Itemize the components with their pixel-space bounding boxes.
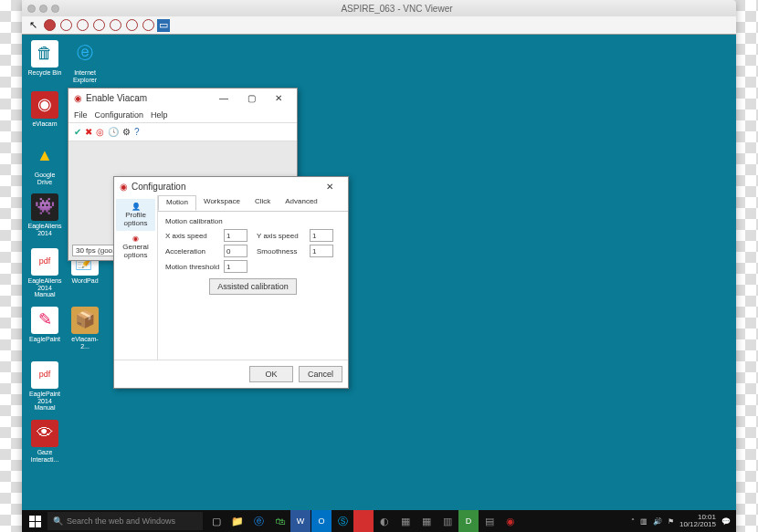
maximize-button[interactable]: ▢: [238, 89, 264, 106]
accel-spinner[interactable]: 0: [224, 245, 247, 257]
windows-logo-icon: [29, 516, 41, 527]
tool-icon-7[interactable]: ▭: [157, 19, 170, 32]
remote-desktop[interactable]: 🗑 Recycle Bin ⓔ Internet Explorer ◉ eVia…: [22, 35, 736, 532]
tool-icon-5[interactable]: [124, 18, 139, 33]
taskbar-app-store[interactable]: 🛍: [269, 510, 290, 532]
desktop-icon-eaglealiens[interactable]: 👾 EagleAliens 2014: [27, 193, 62, 236]
taskbar-app-explorer[interactable]: 📁: [227, 510, 247, 532]
check-icon[interactable]: ✔: [74, 127, 81, 137]
pdf-icon: pdf: [31, 361, 58, 389]
tray-flag-icon[interactable]: ⚑: [668, 517, 674, 526]
ok-button[interactable]: OK: [249, 366, 293, 382]
taskbar-app-item3[interactable]: ▦: [416, 510, 437, 532]
app-icon: ◉: [74, 93, 82, 103]
label-accel: Acceleration: [165, 247, 220, 256]
tab-advanced[interactable]: Advanced: [278, 195, 325, 211]
tab-click[interactable]: Click: [247, 195, 278, 211]
config-tabs: Motion Workspace Click Advanced: [158, 195, 348, 212]
sidebar-label: General options: [122, 243, 148, 259]
app-icon: ◉: [120, 182, 128, 192]
sidebar-item-profile[interactable]: 👤 Profile options: [116, 199, 155, 231]
stop-icon[interactable]: ✖: [85, 127, 92, 137]
taskbar-app-edge[interactable]: ⓔ: [248, 510, 268, 532]
taskbar-app-item2[interactable]: ▦: [395, 510, 416, 532]
trash-icon: 🗑: [31, 40, 58, 68]
dialog-titlebar[interactable]: ◉ Configuration ✕: [114, 177, 348, 195]
search-icon: 🔍: [53, 516, 63, 526]
sidebar-item-general[interactable]: ◉ General options: [116, 231, 155, 263]
close-button[interactable]: ✕: [266, 89, 291, 106]
taskbar-app-word[interactable]: W: [290, 510, 311, 532]
icon-label: Internet Explorer: [73, 69, 97, 83]
desktop-icon-gdrive[interactable]: ▲ Google Drive: [27, 142, 62, 185]
taskbar-app-skype[interactable]: Ⓢ: [332, 510, 353, 532]
cursor-icon[interactable]: ↖: [26, 18, 40, 33]
configuration-dialog: ◉ Configuration ✕ 👤 Profile options ◉ Ge…: [113, 176, 349, 389]
smooth-spinner[interactable]: 1: [310, 245, 333, 257]
tool-icon-6[interactable]: [141, 18, 155, 33]
menu-configuration[interactable]: Configuration: [95, 110, 144, 120]
taskbar: 🔍 Search the web and Windows ▢ 📁 ⓔ 🛍 W O…: [22, 510, 736, 532]
vnc-titlebar[interactable]: ASPIRE_063 - VNC Viewer: [22, 0, 736, 16]
tray-chevron-up-icon[interactable]: ˄: [631, 517, 635, 526]
window-title: Enable Viacam: [86, 93, 147, 103]
taskbar-app-item4[interactable]: ▥: [437, 510, 458, 532]
taskbar-app-outlook[interactable]: O: [311, 510, 332, 532]
threshold-spinner[interactable]: 1: [224, 260, 247, 273]
icon-label: EagleAliens 2014 Manual: [28, 277, 62, 297]
tray-notifications-icon[interactable]: 💬: [721, 517, 731, 526]
menu-help[interactable]: Help: [151, 110, 168, 120]
task-view-button[interactable]: ▢: [206, 510, 226, 532]
tray-volume-icon[interactable]: 🔊: [653, 517, 662, 526]
game-icon: 👾: [31, 193, 58, 221]
taskbar-app-red[interactable]: [353, 510, 374, 532]
desktop-icon-eviacam2[interactable]: 📦 eViacam-2...: [68, 307, 102, 349]
label-threshold: Motion threshold: [165, 263, 220, 271]
taskbar-app-item6[interactable]: ▤: [479, 510, 500, 532]
menu-file[interactable]: File: [74, 110, 88, 120]
taskbar-app-dragon[interactable]: D: [458, 510, 479, 532]
minimize-button[interactable]: ―: [211, 89, 237, 106]
dialog-title: Configuration: [132, 182, 185, 192]
menu-bar: File Configuration Help: [68, 107, 297, 123]
tool-icon-1[interactable]: [58, 18, 73, 33]
desktop-icon-ie[interactable]: ⓔ Internet Explorer: [68, 40, 102, 83]
yspeed-spinner[interactable]: 1: [310, 229, 333, 242]
window-titlebar[interactable]: ◉ Enable Viacam ― ▢ ✕: [68, 89, 297, 107]
desktop-icon-eaglepaint[interactable]: ✎ EaglePaint: [27, 307, 62, 343]
desktop-icon-eaglepaintmanual[interactable]: pdf EaglePaint 2014 Manual: [27, 361, 62, 412]
desktop-icon-gaze[interactable]: 👁 Gaze Interacti...: [27, 420, 62, 463]
desktop-icon-eviacam[interactable]: ◉ eViacam: [27, 91, 62, 128]
search-box[interactable]: 🔍 Search the web and Windows: [47, 512, 203, 530]
xspeed-spinner[interactable]: 1: [224, 229, 247, 242]
tab-workspace[interactable]: Workspace: [196, 195, 247, 211]
cancel-button[interactable]: Cancel: [299, 366, 342, 382]
gear-icon[interactable]: ⚙: [122, 127, 131, 137]
gdrive-icon: ▲: [31, 142, 58, 170]
clock-icon[interactable]: 🕓: [108, 127, 119, 137]
desktop-icon-eaglemanual[interactable]: pdf EagleAliens 2014 Manual: [27, 248, 62, 298]
globe-icon[interactable]: [42, 18, 57, 33]
mac-min-dot[interactable]: [39, 5, 47, 13]
tool-icon-4[interactable]: [108, 18, 122, 33]
mac-max-dot[interactable]: [51, 5, 59, 13]
mac-close-dot[interactable]: [27, 5, 36, 13]
tool-icon-3[interactable]: [91, 18, 106, 33]
taskbar-app-item1[interactable]: ◐: [374, 510, 395, 532]
start-button[interactable]: [22, 510, 47, 532]
tray-network-icon[interactable]: ▥: [640, 517, 647, 526]
package-icon: 📦: [71, 307, 99, 334]
icon-label: WordPad: [71, 277, 98, 284]
close-button[interactable]: ✕: [317, 178, 342, 194]
target-icon[interactable]: ◎: [96, 127, 104, 137]
taskbar-app-eviacam[interactable]: ◉: [500, 510, 521, 532]
assisted-calibration-button[interactable]: Assisted calibration: [209, 278, 297, 295]
desktop-icon-recycle-bin[interactable]: 🗑 Recycle Bin: [27, 40, 62, 77]
tab-motion[interactable]: Motion: [158, 195, 196, 211]
help-icon[interactable]: ?: [134, 127, 140, 137]
label-xspeed: X axis speed: [165, 232, 220, 240]
taskbar-clock[interactable]: 10:01 10/12/2015: [679, 514, 716, 528]
config-sidebar: 👤 Profile options ◉ General options: [114, 195, 158, 360]
tool-icon-2[interactable]: [75, 18, 89, 33]
icon-label: eViacam: [32, 120, 57, 127]
